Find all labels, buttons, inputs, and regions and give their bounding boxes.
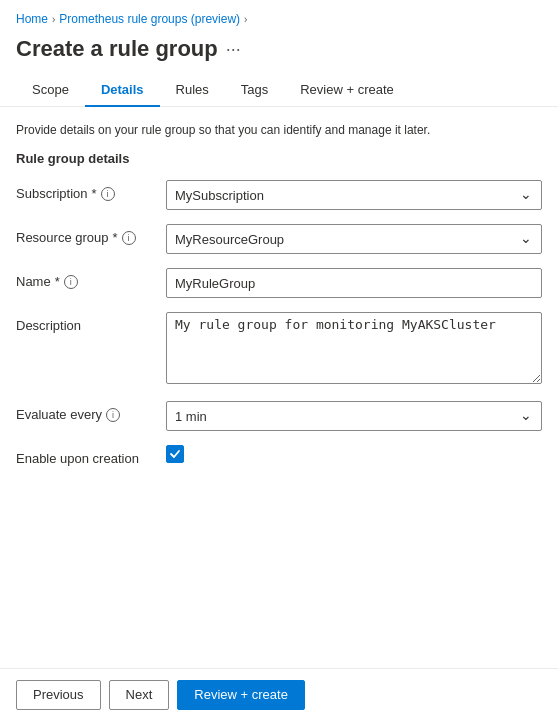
next-button[interactable]: Next (109, 680, 170, 710)
subscription-row: Subscription * i MySubscription (16, 180, 542, 210)
info-text: Provide details on your rule group so th… (16, 123, 542, 137)
resource-group-info-icon[interactable]: i (122, 231, 136, 245)
enable-control (166, 445, 542, 463)
resource-group-select-wrapper: MyResourceGroup (166, 224, 542, 254)
subscription-control: MySubscription (166, 180, 542, 210)
page-title-row: Create a rule group ··· (0, 32, 558, 74)
description-textarea[interactable]: My rule group for monitoring MyAKSCluste… (166, 312, 542, 384)
previous-button[interactable]: Previous (16, 680, 101, 710)
subscription-info-icon[interactable]: i (101, 187, 115, 201)
tab-details[interactable]: Details (85, 74, 160, 107)
name-input[interactable] (166, 268, 542, 298)
tab-rules[interactable]: Rules (160, 74, 225, 107)
enable-checkbox-wrapper (166, 445, 542, 463)
resource-group-row: Resource group * i MyResourceGroup (16, 224, 542, 254)
subscription-select[interactable]: MySubscription (166, 180, 542, 210)
evaluate-row: Evaluate every i 1 min 5 min 10 min 15 m… (16, 401, 542, 431)
name-required: * (55, 274, 60, 289)
name-label: Name * i (16, 268, 166, 289)
resource-group-label: Resource group * i (16, 224, 166, 245)
subscription-select-wrapper: MySubscription (166, 180, 542, 210)
enable-label: Enable upon creation (16, 445, 166, 466)
evaluate-select-wrapper: 1 min 5 min 10 min 15 min 30 min (166, 401, 542, 431)
section-title: Rule group details (16, 151, 542, 166)
enable-row: Enable upon creation (16, 445, 542, 466)
evaluate-label: Evaluate every i (16, 401, 166, 422)
evaluate-info-icon[interactable]: i (106, 408, 120, 422)
breadcrumb-parent[interactable]: Prometheus rule groups (preview) (59, 12, 240, 26)
bottom-bar: Previous Next Review + create (0, 668, 558, 720)
breadcrumb-sep2: › (244, 14, 247, 25)
breadcrumb-home[interactable]: Home (16, 12, 48, 26)
tab-tags[interactable]: Tags (225, 74, 284, 107)
description-label: Description (16, 312, 166, 333)
description-control: My rule group for monitoring MyAKSCluste… (166, 312, 542, 387)
enable-checkbox[interactable] (166, 445, 184, 463)
tab-scope[interactable]: Scope (16, 74, 85, 107)
tab-review[interactable]: Review + create (284, 74, 410, 107)
breadcrumb-sep1: › (52, 14, 55, 25)
resource-group-required: * (113, 230, 118, 245)
evaluate-select[interactable]: 1 min 5 min 10 min 15 min 30 min (166, 401, 542, 431)
name-info-icon[interactable]: i (64, 275, 78, 289)
page-title: Create a rule group (16, 36, 218, 62)
resource-group-control: MyResourceGroup (166, 224, 542, 254)
evaluate-control: 1 min 5 min 10 min 15 min 30 min (166, 401, 542, 431)
description-row: Description My rule group for monitoring… (16, 312, 542, 387)
tab-bar: Scope Details Rules Tags Review + create (0, 74, 558, 107)
breadcrumb: Home › Prometheus rule groups (preview) … (0, 0, 558, 32)
subscription-required: * (92, 186, 97, 201)
resource-group-select[interactable]: MyResourceGroup (166, 224, 542, 254)
main-content: Provide details on your rule group so th… (0, 107, 558, 560)
name-row: Name * i (16, 268, 542, 298)
page-menu-icon[interactable]: ··· (226, 39, 241, 60)
name-control (166, 268, 542, 298)
review-button[interactable]: Review + create (177, 680, 305, 710)
subscription-label: Subscription * i (16, 180, 166, 201)
